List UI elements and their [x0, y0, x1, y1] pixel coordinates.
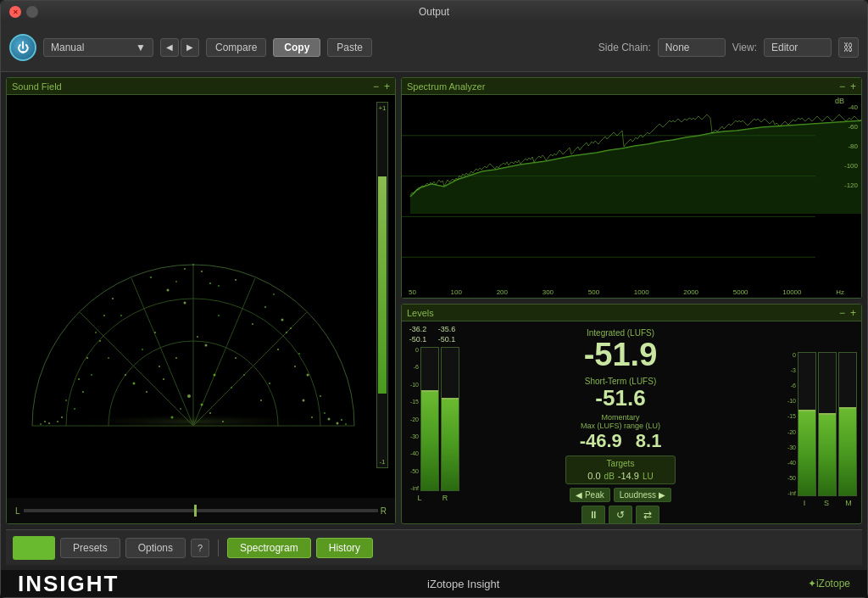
options-button[interactable]: Options [125, 538, 186, 558]
copy-button[interactable]: Copy [273, 38, 320, 57]
help-button[interactable]: ? [191, 539, 209, 557]
svg-point-72 [341, 419, 342, 421]
spectrum-x-labels: 50 100 200 300 500 1000 2000 5000 10000 … [409, 288, 844, 296]
svg-point-43 [264, 306, 266, 308]
s-label: S [817, 499, 836, 507]
momentary-col: Momentary Max (LUFS) range (LU) [581, 413, 660, 430]
paste-button[interactable]: Paste [327, 38, 372, 57]
compare-button[interactable]: Compare [206, 38, 266, 57]
view-dropdown[interactable]: Editor [764, 38, 832, 57]
svg-line-3 [193, 312, 307, 426]
minimize-button[interactable] [26, 6, 38, 18]
loudness-button[interactable]: Loudness ▶ [614, 488, 671, 502]
sound-field-controls: − + [373, 81, 390, 92]
power-icon: ⏻ [17, 41, 29, 54]
svg-point-56 [61, 416, 63, 418]
svg-point-45 [273, 293, 275, 295]
m-label: M [839, 499, 858, 507]
presets-button[interactable]: Presets [60, 538, 120, 558]
svg-point-12 [235, 357, 236, 359]
levels-plus[interactable]: + [850, 308, 856, 318]
right-peak: -35.6 [434, 325, 459, 333]
spectrum-db-label: dB [835, 97, 844, 105]
svg-point-15 [125, 374, 126, 376]
preset-dropdown[interactable]: Manual ▼ [43, 38, 153, 57]
spectrum-header: Spectrum Analyzer − + [402, 78, 861, 95]
targets-values: 0.0 dB -14.9 LU [573, 471, 668, 481]
svg-point-17 [108, 357, 109, 359]
lr-labels: L R [410, 494, 454, 502]
momentary-label: Momentary [581, 413, 660, 422]
sidechain-dropdown[interactable]: None [658, 38, 726, 57]
meters-with-scale: 0 -6 -10 -15 -20 -30 -40 -50 -inf [405, 347, 459, 491]
spectrum-minus[interactable]: − [839, 81, 845, 92]
toolbar: ⏻ Manual ▼ ◀ ▶ Compare Copy Paste Side C… [1, 23, 867, 72]
svg-point-61 [184, 268, 186, 270]
peak-values-bottom: -50.1 -50.1 [405, 335, 459, 344]
history-tab[interactable]: History [316, 538, 373, 558]
targets-box: Targets 0.0 dB -14.9 LU [565, 455, 676, 484]
sound-field-plus[interactable]: + [384, 81, 390, 92]
svg-point-49 [290, 327, 292, 329]
momentary-value: -46.9 [580, 430, 622, 452]
levels-minus[interactable]: − [839, 308, 845, 318]
svg-point-20 [286, 332, 287, 333]
i-meter [798, 352, 816, 496]
svg-point-30 [231, 387, 232, 388]
svg-point-55 [320, 395, 321, 397]
sf-r-label: R [381, 506, 387, 516]
vu-bottom-label: -1 [379, 458, 385, 466]
view-label: View: [732, 42, 757, 53]
loop-button[interactable]: ⇄ [636, 506, 659, 524]
svg-point-7 [175, 357, 177, 359]
sound-field-canvas: +1 -1 [7, 95, 395, 498]
svg-point-19 [99, 340, 101, 342]
spectrogram-tab[interactable]: Spectrogram [227, 538, 311, 558]
target-lufs: -14.9 [618, 471, 639, 481]
nav-buttons: ◀ ▶ [160, 38, 199, 57]
izotope-logo: ✦iZotope [808, 578, 850, 590]
levels-content: -36.2 -35.6 -50.1 -50.1 0 [402, 321, 861, 531]
peak-button[interactable]: ◀ Peak [570, 488, 610, 502]
spectrum-y-labels: -40 -60 -80 -100 -120 [844, 103, 858, 189]
svg-point-44 [112, 298, 114, 299]
title-bar: ✕ Output [1, 1, 867, 23]
insight-logo: INSIGHT [18, 571, 119, 597]
close-button[interactable]: ✕ [9, 6, 21, 18]
svg-point-40 [133, 383, 136, 385]
sidechain-label: Side Chain: [598, 42, 651, 53]
sf-slider[interactable] [24, 509, 378, 512]
sound-field-minus[interactable]: − [373, 81, 379, 92]
svg-point-23 [82, 391, 84, 393]
svg-point-48 [95, 332, 97, 333]
momentary-values-row: -46.9 8.1 [580, 430, 662, 452]
power-button[interactable]: ⏻ [9, 34, 36, 61]
svg-point-28 [214, 374, 216, 377]
svg-point-71 [44, 421, 46, 422]
target-db: 0.0 [587, 471, 600, 481]
levels-panel: Levels − + -36.2 -35.6 [401, 304, 862, 524]
svg-point-8 [205, 344, 208, 347]
reset-button[interactable]: ↺ [609, 506, 632, 524]
right-scale: 0 -3 -6 -10 -15 -20 -30 -40 -50 -inf [782, 352, 796, 496]
svg-point-67 [150, 277, 152, 278]
chevron-left-icon: ◀ [166, 42, 173, 52]
pause-button[interactable]: ⏸ [581, 506, 605, 524]
sf-l-label: L [15, 506, 20, 516]
svg-point-9 [154, 332, 156, 333]
svg-point-41 [260, 400, 262, 401]
preset-label: Manual [51, 42, 84, 53]
svg-point-54 [65, 400, 67, 401]
momentary-row: Momentary Max (LUFS) range (LU) [581, 413, 660, 430]
link-button[interactable]: ⛓ [838, 37, 859, 58]
svg-point-52 [78, 378, 80, 380]
spectrum-plus[interactable]: + [850, 81, 856, 92]
left-scale: 0 -6 -10 -15 -20 -30 -40 -50 -inf [405, 347, 419, 491]
nav-next-button[interactable]: ▶ [181, 38, 199, 57]
svg-line-5 [131, 278, 193, 426]
svg-point-75 [58, 413, 329, 430]
nav-prev-button[interactable]: ◀ [160, 38, 179, 57]
svg-point-64 [209, 282, 211, 284]
svg-point-59 [328, 418, 331, 421]
ism-labels: I S M [795, 499, 858, 507]
